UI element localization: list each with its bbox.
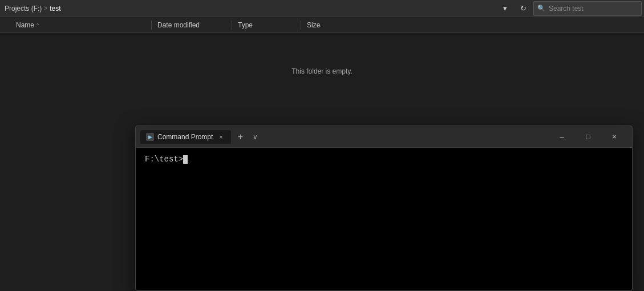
close-button[interactable]: × bbox=[601, 128, 627, 146]
column-size[interactable]: Size bbox=[301, 21, 644, 29]
empty-message: This folder is empty. bbox=[291, 67, 352, 75]
terminal-body[interactable]: F:\test> bbox=[136, 148, 632, 290]
terminal-titlebar: ▶ Command Prompt × + ∨ – □ × bbox=[136, 126, 632, 148]
dropdown-button[interactable]: ▾ bbox=[497, 1, 513, 17]
breadcrumb-chevron: > bbox=[44, 5, 47, 11]
minimize-button[interactable]: – bbox=[549, 128, 575, 146]
file-list-header: Name ^ Date modified Type Size bbox=[0, 17, 644, 33]
cmd-icon: ▶ bbox=[148, 134, 152, 140]
address-bar-right: ▾ ↻ 🔍 Search test bbox=[497, 1, 644, 17]
breadcrumb-current[interactable]: test bbox=[50, 5, 60, 13]
search-icon: 🔍 bbox=[537, 5, 545, 12]
window-controls: – □ × bbox=[549, 128, 627, 146]
new-tab-button[interactable]: + bbox=[232, 129, 248, 145]
maximize-button[interactable]: □ bbox=[575, 128, 601, 146]
search-box[interactable]: 🔍 Search test bbox=[533, 1, 642, 16]
breadcrumb-parent[interactable]: Projects (F:) bbox=[5, 5, 42, 13]
terminal-tab[interactable]: ▶ Command Prompt × bbox=[140, 130, 231, 144]
column-name[interactable]: Name ^ bbox=[0, 21, 151, 29]
breadcrumb[interactable]: Projects (F:) > test bbox=[0, 5, 497, 13]
terminal-tab-close-button[interactable]: × bbox=[216, 132, 225, 142]
sort-arrow: ^ bbox=[37, 22, 39, 28]
column-date-modified[interactable]: Date modified bbox=[152, 21, 232, 29]
terminal-tab-label: Command Prompt bbox=[157, 133, 213, 141]
column-type[interactable]: Type bbox=[232, 21, 301, 29]
terminal-dropdown-button[interactable]: ∨ bbox=[248, 130, 262, 144]
terminal-cursor bbox=[183, 155, 188, 164]
address-bar: Projects (F:) > test ▾ ↻ 🔍 Search test bbox=[0, 0, 644, 17]
terminal-prompt: F:\test> bbox=[145, 155, 183, 164]
terminal-tab-icon: ▶ bbox=[146, 133, 154, 141]
terminal-window: ▶ Command Prompt × + ∨ – □ × F:\test> bbox=[135, 126, 633, 291]
search-placeholder: Search test bbox=[549, 5, 584, 13]
refresh-button[interactable]: ↻ bbox=[515, 1, 531, 17]
